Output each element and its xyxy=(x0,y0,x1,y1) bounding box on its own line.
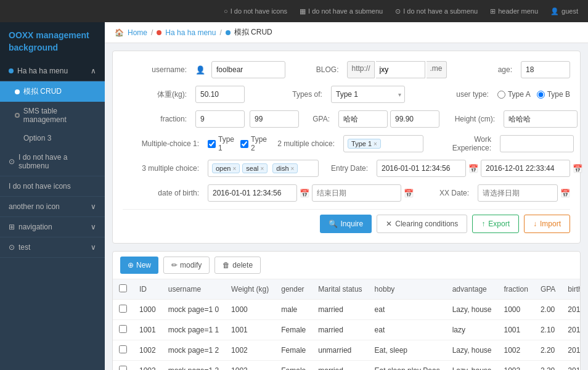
cell-gender: Female xyxy=(275,320,312,340)
topbar-header-menu[interactable]: ⊞ header menu xyxy=(490,7,538,15)
cell-fraction: 1001 xyxy=(498,320,534,340)
gpa-value-input[interactable] xyxy=(390,110,439,128)
mc1-type2-check[interactable] xyxy=(240,140,248,148)
user-type-radio-group: Type A Type B xyxy=(497,90,570,99)
col-gender: gender xyxy=(275,279,312,300)
mc1-type1-label[interactable]: Type 1 xyxy=(208,135,234,152)
topbar-guest[interactable]: 👤 guest xyxy=(550,7,578,15)
radio-type-b[interactable]: Type B xyxy=(537,90,570,99)
xx-date-label: XX Date: xyxy=(436,189,473,197)
xx-date-input[interactable] xyxy=(478,184,558,202)
radio-input-b[interactable] xyxy=(537,91,545,99)
username-label: username: xyxy=(123,65,190,74)
export-button[interactable]: ↑ Export xyxy=(472,215,519,233)
sidebar-item-test[interactable]: ⊙ test ∨ xyxy=(0,237,105,258)
types-select[interactable]: Type 1 Type 2 xyxy=(331,86,405,103)
user-icon: 👤 xyxy=(195,65,205,75)
mc3-tag-input[interactable]: open × seal × dish × xyxy=(208,160,319,177)
clear-button[interactable]: ✕ Clearing conditions xyxy=(377,215,467,233)
mc3-remove-dish[interactable]: × xyxy=(291,165,295,172)
cell-marital: unmarried xyxy=(312,340,368,361)
mc3-remove-seal[interactable]: × xyxy=(261,165,264,172)
import-icon: ↓ xyxy=(533,220,537,228)
blog-input-group: http:// .me xyxy=(347,61,446,78)
radio-type-a[interactable]: Type A xyxy=(497,90,531,99)
cell-marital: married xyxy=(312,320,368,340)
cell-gpa: 2.10 xyxy=(534,320,561,340)
select-all-checkbox[interactable] xyxy=(119,284,127,292)
table-row: 1003 mock page=1 3 1003 Female married E… xyxy=(113,361,581,371)
blog-input[interactable] xyxy=(376,61,425,78)
cell-username: mock page=1 1 xyxy=(162,320,225,340)
breadcrumb-parent[interactable]: Ha ha ha menu xyxy=(165,28,216,37)
new-button[interactable]: ⊕ New xyxy=(120,257,158,274)
cell-hobby: eat xyxy=(369,300,446,320)
gpa-prefix-input[interactable] xyxy=(338,110,388,128)
dob-end-input[interactable] xyxy=(312,184,401,202)
col-fraction: fraction xyxy=(498,279,534,300)
mc1-type2-label[interactable]: Type 2 xyxy=(240,135,267,152)
mc2-tag-remove[interactable]: × xyxy=(374,141,377,147)
row-checkbox-3[interactable] xyxy=(119,366,127,370)
cell-weight: 1000 xyxy=(225,300,275,320)
entry-date-1-input[interactable] xyxy=(377,160,466,177)
entry-date-2-input[interactable] xyxy=(481,160,570,177)
fraction-min-input[interactable] xyxy=(195,110,245,128)
dob-start-input[interactable] xyxy=(208,184,297,202)
sidebar-item-another-no-icon[interactable]: another no icon ∨ xyxy=(0,197,105,217)
grid-icon: ⊞ xyxy=(9,223,15,231)
mc2-label: 2 multiple choice: xyxy=(277,139,338,148)
topbar-no-submenu-1[interactable]: ▦ I do not have a submenu xyxy=(300,7,383,15)
cell-fraction: 1000 xyxy=(498,300,534,320)
blog-label: BLOG: xyxy=(311,65,342,74)
age-input[interactable] xyxy=(521,61,570,78)
sidebar-parent-menu[interactable]: Ha ha ha menu ∧ xyxy=(0,61,105,81)
topbar-no-submenu-2[interactable]: ⊙ I do not have a submenu xyxy=(395,7,478,15)
sidebar-item-no-submenu[interactable]: ⊙ I do not have a submenu xyxy=(0,147,105,176)
weight-input[interactable] xyxy=(195,86,245,103)
mc2-tag-type1: Type 1 × xyxy=(348,139,381,149)
chevron-down-icon: ∨ xyxy=(91,202,96,211)
height-input[interactable] xyxy=(504,110,578,128)
cell-id: 1002 xyxy=(133,340,162,361)
fraction-max-input[interactable] xyxy=(250,110,299,128)
cell-gender: Female xyxy=(275,361,312,371)
row-checkbox-2[interactable] xyxy=(119,345,127,353)
cell-gpa: 2.00 xyxy=(534,300,561,320)
table-row: 1000 mock page=1 0 1000 male married eat… xyxy=(113,300,581,320)
cell-marital: married xyxy=(312,300,368,320)
mc2-tag-input[interactable]: Type 1 × xyxy=(343,135,423,152)
gpa-label: GPA: xyxy=(309,115,333,123)
row-checkbox-0[interactable] xyxy=(119,305,127,313)
table-toolbar: ⊕ New ✏ modify 🗑 delete xyxy=(113,252,580,279)
mc1-label: Multiple-choice 1: xyxy=(123,139,203,148)
dob-label: date of birth: xyxy=(123,189,203,197)
mc3-remove-open[interactable]: × xyxy=(232,165,236,172)
username-input[interactable] xyxy=(211,61,285,78)
work-exp-input[interactable] xyxy=(500,135,574,152)
topbar-no-icons[interactable]: ○ I do not have icons xyxy=(224,7,287,15)
chevron-down-icon-nav: ∨ xyxy=(91,223,96,231)
breadcrumb-home[interactable]: Home xyxy=(128,28,147,37)
sidebar-item-no-icons[interactable]: I do not have icons xyxy=(0,176,105,197)
chevron-up-icon: ∧ xyxy=(91,67,96,75)
inquire-button[interactable]: 🔍 Inquire xyxy=(320,215,372,233)
row-checkbox-1[interactable] xyxy=(119,325,127,333)
breadcrumb-current: 模拟 CRUD xyxy=(234,27,272,38)
filter-card: username: 👤 BLOG: http:// .me age: xyxy=(112,51,581,244)
sidebar-item-option3[interactable]: Option 3 xyxy=(0,129,105,147)
cell-advantage: Lazy, house xyxy=(446,300,498,320)
col-hobby: hobby xyxy=(369,279,446,300)
mc1-type1-check[interactable] xyxy=(208,140,216,148)
sidebar-item-crud[interactable]: 模拟 CRUD xyxy=(0,81,105,102)
breadcrumb: 🏠 Home / Ha ha ha menu / 模拟 CRUD xyxy=(105,22,588,43)
dot-icon xyxy=(9,68,14,73)
radio-input-a[interactable] xyxy=(497,91,505,99)
delete-button[interactable]: 🗑 delete xyxy=(214,257,261,274)
import-button[interactable]: ↓ Import xyxy=(524,215,570,233)
sidebar-item-navigation[interactable]: ⊞ navigation ∨ xyxy=(0,217,105,237)
breadcrumb-icon-1 xyxy=(157,30,161,35)
sidebar-item-sms[interactable]: SMS table management xyxy=(0,102,105,129)
blog-suffix: .me xyxy=(427,61,447,78)
modify-button[interactable]: ✏ modify xyxy=(163,257,210,274)
